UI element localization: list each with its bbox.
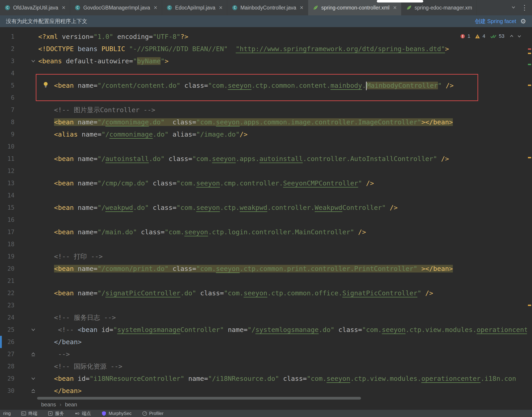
fold-collapsed-icon[interactable] <box>31 352 36 357</box>
code-line[interactable]: <?xml version="1.0" encoding="UTF-8"?> <box>38 31 527 43</box>
code-line[interactable]: <bean name="/commonimage.do" class="com.… <box>38 116 527 128</box>
gutter-fold-area[interactable] <box>14 336 38 348</box>
breadcrumb-item[interactable]: bean <box>65 401 77 408</box>
gutter-fold-area[interactable] <box>14 373 38 385</box>
code-line[interactable]: --> <box>38 348 527 360</box>
gutter-fold-area[interactable] <box>14 177 38 189</box>
code-line[interactable]: <!-- 图片显示Controller --> <box>38 104 527 116</box>
inspections-widget[interactable]: 1 4 53 <box>458 33 524 40</box>
stripe-mark[interactable] <box>528 48 531 50</box>
editor-tab[interactable]: CGovdocGBManagerImpl.java× <box>70 0 162 15</box>
tab-close-icon[interactable]: × <box>219 5 223 11</box>
tab-close-icon[interactable]: × <box>62 5 65 11</box>
gutter-fold-area[interactable] <box>14 128 38 140</box>
code-line[interactable]: <!-- 打印 --> <box>38 250 527 262</box>
code-line[interactable] <box>38 140 527 153</box>
prev-problem-icon[interactable] <box>509 33 514 39</box>
code-line[interactable]: </bean> <box>38 336 527 348</box>
code-line[interactable]: <bean name="/cmp/cmp.do" class="com.seey… <box>38 177 527 189</box>
warning-icon[interactable] <box>475 34 480 39</box>
breadcrumb-item[interactable]: beans <box>41 401 56 408</box>
status-item-ring[interactable]: ring <box>3 411 11 416</box>
gutter-fold-area[interactable] <box>14 250 38 262</box>
fold-expanded-icon[interactable] <box>31 376 36 381</box>
code-line[interactable] <box>38 214 527 226</box>
code-line[interactable]: <!-- 服务日志 --> <box>38 311 527 323</box>
code-line[interactable] <box>38 238 527 250</box>
gutter-fold-area[interactable] <box>14 55 38 67</box>
tab-close-icon[interactable]: × <box>154 5 157 11</box>
gutter-fold-area[interactable] <box>14 43 38 55</box>
gutter-fold-area[interactable] <box>14 67 38 79</box>
code-line[interactable]: <bean name="/signatPicController.do" cla… <box>38 287 527 299</box>
inspections-ok-icon[interactable] <box>490 34 497 39</box>
gutter-fold-area[interactable] <box>14 360 38 373</box>
code-line[interactable] <box>38 165 527 177</box>
stripe-mark[interactable] <box>528 84 531 86</box>
gutter-fold-area[interactable] <box>14 214 38 226</box>
status-item-终端[interactable]: 终端 <box>21 410 37 417</box>
status-item-端点[interactable]: 端点 <box>74 410 91 417</box>
editor-tab[interactable]: CEdocApiImpl.java× <box>162 0 227 15</box>
code-line[interactable]: </bean> <box>38 385 527 397</box>
gutter-fold-area[interactable] <box>14 275 38 287</box>
gutter-fold-area[interactable] <box>14 201 38 214</box>
horizontal-scrollbar[interactable] <box>37 397 361 400</box>
gutter-fold-area[interactable] <box>14 79 38 92</box>
code-line[interactable]: <bean name="/weakpwd.do" class="com.seey… <box>38 201 527 214</box>
stripe-mark[interactable] <box>528 157 531 158</box>
code-line[interactable]: <alias name="/commonimage.do" alias="/im… <box>38 128 527 140</box>
gutter-fold-area[interactable] <box>14 323 38 336</box>
gutter-fold-area[interactable] <box>14 226 38 238</box>
code-line[interactable]: <bean name="/autoinstall.do" class="com.… <box>38 153 527 165</box>
gutter-fold-area[interactable] <box>14 31 38 43</box>
gutter-fold-area[interactable] <box>14 104 38 116</box>
banner-settings-gear-icon[interactable]: ⚙ <box>520 18 526 25</box>
gutter-fold-area[interactable] <box>14 92 38 104</box>
gutter-fold-area[interactable] <box>14 262 38 275</box>
gutter-fold-area[interactable] <box>14 311 38 323</box>
gutter-fold-area[interactable] <box>14 140 38 153</box>
stripe-mark[interactable] <box>528 64 531 65</box>
gutter-fold-area[interactable] <box>14 385 38 397</box>
code-editor[interactable]: 1<?xml version="1.0" encoding="UTF-8"?>2… <box>0 27 532 400</box>
gutter-fold-area[interactable] <box>14 153 38 165</box>
gutter-fold-area[interactable] <box>14 116 38 128</box>
code-line[interactable]: <bean name="/main.do" class="com.seeyon.… <box>38 226 527 238</box>
code-line[interactable]: <!-- 国际化资源 --> <box>38 360 527 373</box>
status-item-MurphySec[interactable]: MurphySec <box>101 411 131 416</box>
create-spring-facet-link[interactable]: 创建 Spring facet <box>475 18 516 25</box>
code-line[interactable]: <beans default-autowire="byName"> <box>38 55 527 67</box>
kebab-menu-icon[interactable]: ⋮ <box>521 4 528 11</box>
status-item-Profiler[interactable]: Profiler <box>142 411 164 416</box>
gutter-fold-area[interactable] <box>14 165 38 177</box>
gutter-fold-area[interactable] <box>14 348 38 360</box>
gutter-fold-area[interactable] <box>14 189 38 201</box>
code-line[interactable] <box>38 92 527 104</box>
fold-expanded-icon[interactable] <box>31 327 36 332</box>
code-line[interactable] <box>38 189 527 201</box>
editor-tab[interactable]: COfdJavaZipUtil.java× <box>0 0 70 15</box>
code-line[interactable] <box>38 275 527 287</box>
code-line[interactable] <box>38 299 527 311</box>
tab-overflow-chevron-icon[interactable] <box>511 5 516 11</box>
gutter-fold-area[interactable] <box>14 238 38 250</box>
code-line[interactable]: <!DOCTYPE beans PUBLIC "-//SPRING//DTD B… <box>38 43 527 55</box>
editor-tab[interactable]: CMainbodyController.java× <box>227 0 308 15</box>
code-line[interactable]: <bean name="/common/print.do" class="com… <box>38 262 527 275</box>
gutter-fold-area[interactable] <box>14 287 38 299</box>
code-line[interactable]: <!-- <bean id="systemlogsmanageControlle… <box>38 323 527 336</box>
next-problem-icon[interactable] <box>517 33 522 39</box>
fold-collapsed-icon[interactable] <box>31 388 36 393</box>
status-item-服务[interactable]: 服务 <box>48 410 64 417</box>
fold-expanded-icon[interactable] <box>31 59 36 63</box>
code-line[interactable] <box>38 67 527 79</box>
gutter-fold-area[interactable] <box>14 299 38 311</box>
intention-bulb-icon[interactable] <box>42 81 49 88</box>
error-stripe[interactable] <box>527 27 532 400</box>
stripe-mark[interactable] <box>528 53 531 54</box>
error-icon[interactable] <box>460 34 465 39</box>
code-line[interactable]: <bean id="i18NResourceController" name="… <box>38 373 527 385</box>
stripe-mark[interactable] <box>528 305 531 306</box>
tab-close-icon[interactable]: × <box>393 5 397 11</box>
